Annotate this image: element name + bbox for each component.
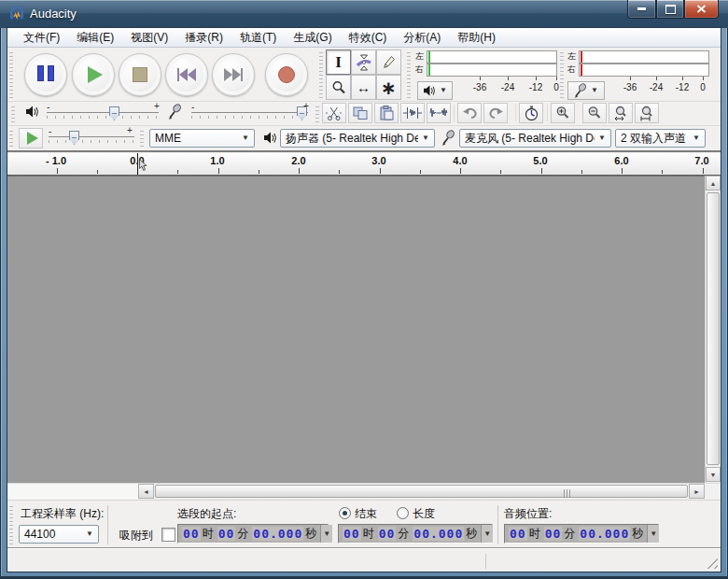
scroll-up-button[interactable]: ▲ [706, 176, 721, 191]
skip-to-end-button[interactable] [212, 53, 255, 96]
snap-to-label: 吸附到 [119, 528, 153, 544]
timeline-ruler[interactable]: - 1.0 0.0 1.0 2.0 3.0 4.0 5.0 6.0 7.0 [7, 153, 721, 176]
scroll-down-button[interactable]: ▼ [706, 467, 721, 482]
speaker-icon [263, 132, 277, 144]
maximize-button[interactable] [656, 0, 684, 19]
redo-icon [488, 106, 504, 120]
edit-toolbar-grip[interactable] [315, 104, 319, 122]
audio-host-select[interactable]: MME ▼ [149, 129, 255, 148]
sync-lock-button[interactable] [519, 103, 543, 123]
vertical-scrollbar-thumb[interactable] [707, 192, 720, 465]
copy-icon [353, 106, 369, 120]
menu-item-analyze[interactable]: 分析(A) [395, 28, 449, 48]
stop-button[interactable] [119, 53, 161, 96]
input-device-select[interactable]: 麦克风 (5- Realtek High De ▼ [459, 129, 611, 148]
recording-meter-grip[interactable] [560, 49, 564, 98]
skip-to-end-icon [224, 68, 243, 81]
microphone-icon [574, 83, 587, 98]
menu-item-tracks[interactable]: 轨道(T) [231, 28, 285, 48]
end-radio[interactable]: 结束 [339, 506, 377, 522]
recording-meter-dropdown[interactable]: ▼ [567, 81, 605, 100]
dropdown-arrow-icon[interactable]: ▼ [647, 525, 659, 543]
tools-toolbar-grip[interactable] [319, 49, 323, 98]
draw-tool-button[interactable] [376, 49, 401, 75]
play-speed-slider[interactable] [49, 136, 134, 143]
toolbar-dock: I ↔ ∗ 左 右 ▼ - [7, 48, 721, 152]
menu-item-transport[interactable]: 播录(R) [176, 28, 231, 48]
meter-scale-label: -36 [616, 82, 644, 92]
skip-to-start-button[interactable] [165, 53, 208, 96]
selection-toolbar-grip[interactable] [9, 503, 13, 544]
fit-selection-button[interactable] [609, 103, 633, 123]
transcription-toolbar-grip[interactable] [9, 128, 13, 147]
horizontal-scrollbar-thumb[interactable] [155, 485, 688, 498]
close-button[interactable] [684, 0, 719, 19]
length-radio[interactable]: 长度 [397, 506, 435, 522]
resize-grip-icon[interactable] [707, 558, 718, 569]
redo-button[interactable] [483, 103, 508, 123]
zoom-tool-button[interactable] [326, 75, 351, 100]
multi-tool-button[interactable]: ∗ [376, 75, 401, 100]
fit-project-button[interactable] [635, 103, 659, 123]
playback-meter-right-bar[interactable] [427, 64, 557, 77]
horizontal-scrollbar[interactable]: ◄ ► [7, 483, 721, 499]
menu-item-file[interactable]: 文件(F) [15, 28, 68, 48]
menu-item-effect[interactable]: 特效(C) [341, 28, 396, 48]
input-channels-select[interactable]: 2 双输入声道 ▼ [615, 129, 706, 148]
transport-toolbar-grip[interactable] [9, 49, 13, 98]
output-volume-slider[interactable] [47, 112, 159, 119]
trim-icon [403, 106, 422, 120]
envelope-tool-button[interactable] [351, 49, 376, 75]
project-rate-select[interactable]: 44100 ▼ [19, 525, 99, 544]
audacity-window: Audacity 文件(F) 编辑(E) 视图(V) 播录(R) 轨道(T) 生… [0, 0, 728, 579]
input-gain-slider[interactable] [191, 112, 308, 119]
playback-meter-dropdown[interactable]: ▼ [417, 81, 453, 100]
zoom-out-button[interactable] [582, 103, 607, 123]
mixer-toolbar-grip[interactable] [11, 104, 15, 122]
menu-item-view[interactable]: 视图(V) [122, 28, 176, 48]
timeshift-tool-button[interactable]: ↔ [351, 75, 376, 100]
dropdown-arrow-icon: ▼ [440, 87, 447, 94]
cut-button[interactable] [322, 103, 346, 123]
selection-tool-button[interactable]: I [326, 49, 351, 75]
minimize-button[interactable] [627, 0, 656, 19]
titlebar[interactable]: Audacity [0, 0, 728, 28]
menu-item-edit[interactable]: 编辑(E) [68, 28, 122, 48]
window-title: Audacity [30, 7, 77, 21]
menubar: 文件(F) 编辑(E) 视图(V) 播录(R) 轨道(T) 生成(G) 特效(C… [7, 28, 721, 48]
recording-meter-left-bar[interactable] [579, 50, 709, 64]
record-icon [278, 66, 295, 83]
playhead-cursor [137, 153, 138, 175]
scroll-right-button[interactable]: ► [689, 484, 705, 499]
dropdown-arrow-icon[interactable]: ▼ [320, 525, 332, 543]
trim-audio-button[interactable] [400, 103, 425, 123]
input-channels-value: 2 双输入声道 [621, 131, 686, 147]
menu-item-generate[interactable]: 生成(G) [285, 28, 340, 48]
vertical-scrollbar[interactable]: ▲ ▼ [705, 176, 721, 483]
device-toolbar-grip[interactable] [140, 128, 144, 147]
scroll-left-button[interactable]: ◄ [138, 484, 154, 499]
selection-start-time[interactable]: 00时 00分 00.000秒 ▼ [177, 524, 329, 544]
play-button[interactable] [72, 53, 115, 96]
snap-to-checkbox[interactable] [161, 528, 175, 542]
stop-icon [133, 67, 147, 82]
copy-button[interactable] [348, 103, 372, 123]
zoom-in-button[interactable] [551, 103, 575, 123]
magnifier-icon [331, 80, 346, 95]
audio-position-time[interactable]: 00时 00分 00.000秒 ▼ [504, 524, 659, 544]
pause-button[interactable] [24, 53, 67, 96]
silence-audio-button[interactable] [427, 103, 451, 123]
record-button[interactable] [265, 53, 308, 96]
silence-icon [429, 106, 448, 120]
playback-meter-grip[interactable] [407, 49, 411, 98]
selection-end-time[interactable]: 00时 00分 00.000秒 ▼ [338, 524, 493, 544]
dropdown-arrow-icon[interactable]: ▼ [481, 525, 493, 543]
paste-button[interactable] [374, 103, 399, 123]
undo-button[interactable] [457, 103, 482, 123]
ibeam-icon: I [335, 54, 342, 70]
recording-meter-right-bar[interactable] [579, 64, 709, 77]
playback-meter-left-bar[interactable] [427, 50, 557, 64]
menu-item-help[interactable]: 帮助(H) [449, 28, 504, 48]
output-device-select[interactable]: 扬声器 (5- Realtek High De ▼ [280, 129, 435, 148]
play-at-speed-button[interactable] [19, 128, 43, 148]
